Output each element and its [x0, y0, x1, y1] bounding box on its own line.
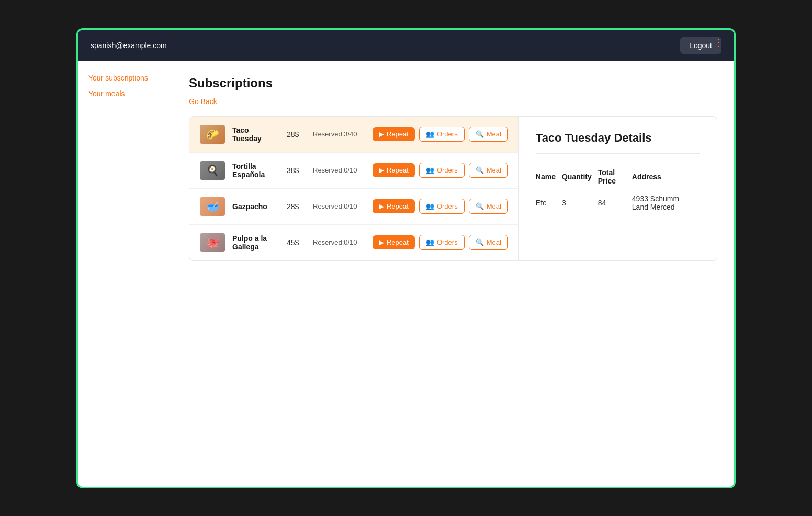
orders-label: Orders — [437, 202, 458, 210]
orders-icon: 👥 — [426, 238, 434, 246]
meal-icon: 🔍 — [476, 238, 484, 246]
btn-group-taco-tuesday: ▶ Repeat 👥 Orders 🔍 Meal — [373, 127, 508, 142]
subscription-row-pulpo: 🐙 Pulpo a la Gallega 45$ Reserved:0/10 ▶… — [189, 225, 518, 260]
repeat-button-taco-tuesday[interactable]: ▶ Repeat — [373, 127, 415, 141]
subscriptions-list: 🌮 Taco Tuesday 28$ Reserved:3/40 ▶ Repea… — [189, 117, 519, 260]
go-back-link[interactable]: Go Back — [189, 97, 217, 106]
subscription-row-gazpacho: 🥣 Gazpacho 28$ Reserved:0/10 ▶ Repeat 👥 — [189, 189, 518, 225]
detail-row-name: Efe — [536, 191, 562, 214]
meal-icon: 🔍 — [476, 166, 484, 174]
main-content: Subscriptions Go Back 🌮 Taco Tuesday 28$… — [172, 61, 734, 487]
detail-table-row: Efe 3 84 4933 Schumm Land Merced — [536, 191, 700, 214]
orders-button-tortilla-espanola[interactable]: 👥 Orders — [419, 163, 465, 178]
repeat-icon: ▶ — [379, 166, 384, 174]
orders-label: Orders — [437, 166, 458, 174]
meal-label: Meal — [487, 202, 501, 210]
meal-thumbnail-pulpo: 🐙 — [200, 233, 225, 252]
repeat-icon: ▶ — [379, 130, 384, 138]
content-area: 🌮 Taco Tuesday 28$ Reserved:3/40 ▶ Repea… — [189, 116, 717, 261]
detail-row-total-price: 84 — [598, 191, 632, 214]
orders-button-taco-tuesday[interactable]: 👥 Orders — [419, 127, 465, 142]
meal-name-taco-tuesday: Taco Tuesday — [232, 126, 279, 143]
meal-price-tortilla-espanola: 38$ — [287, 166, 306, 175]
repeat-icon: ▶ — [379, 238, 384, 246]
subscription-row-taco-tuesday: 🌮 Taco Tuesday 28$ Reserved:3/40 ▶ Repea… — [189, 117, 518, 153]
meal-label: Meal — [487, 238, 501, 246]
sidebar-item-your-subscriptions[interactable]: Your subscriptions — [88, 74, 161, 82]
orders-label: Orders — [437, 130, 458, 138]
repeat-button-tortilla-espanola[interactable]: ▶ Repeat — [373, 163, 415, 177]
meal-reserved-gazpacho: Reserved:0/10 — [313, 202, 365, 210]
meal-thumbnail-tortilla-espanola: 🍳 — [200, 161, 225, 180]
meal-thumbnail-gazpacho: 🥣 — [200, 197, 225, 216]
col-header-address: Address — [632, 164, 700, 191]
more-options-icon[interactable]: ⋮ — [713, 36, 724, 49]
meal-button-gazpacho[interactable]: 🔍 Meal — [469, 199, 508, 214]
orders-icon: 👥 — [426, 166, 434, 174]
col-header-total-price: Total Price — [598, 164, 632, 191]
meal-price-pulpo: 45$ — [287, 238, 306, 247]
meal-thumbnail-taco-tuesday: 🌮 — [200, 125, 225, 144]
repeat-button-pulpo[interactable]: ▶ Repeat — [373, 235, 415, 249]
meal-reserved-tortilla-espanola: Reserved:0/10 — [313, 166, 365, 174]
meal-button-tortilla-espanola[interactable]: 🔍 Meal — [469, 163, 508, 178]
detail-panel: Taco Tuesday Details Name Quantity Total… — [519, 117, 717, 260]
page-title: Subscriptions — [189, 76, 717, 90]
detail-row-quantity: 3 — [562, 191, 598, 214]
meal-price-taco-tuesday: 28$ — [287, 130, 306, 139]
repeat-icon: ▶ — [379, 202, 384, 210]
repeat-label: Repeat — [387, 166, 409, 174]
meal-button-taco-tuesday[interactable]: 🔍 Meal — [469, 127, 508, 142]
meal-name-tortilla-espanola: Tortilla Española — [232, 162, 279, 179]
orders-button-pulpo[interactable]: 👥 Orders — [419, 235, 465, 250]
user-email: spanish@example.com — [91, 41, 167, 50]
repeat-label: Repeat — [387, 238, 409, 246]
meal-label: Meal — [487, 166, 501, 174]
detail-table: Name Quantity Total Price Address Efe 3 … — [536, 164, 700, 214]
meal-label: Meal — [487, 130, 501, 138]
orders-icon: 👥 — [426, 202, 434, 210]
detail-row-address: 4933 Schumm Land Merced — [632, 191, 700, 214]
meal-name-pulpo: Pulpo a la Gallega — [232, 234, 279, 251]
meal-price-gazpacho: 28$ — [287, 202, 306, 211]
meal-reserved-taco-tuesday: Reserved:3/40 — [313, 130, 365, 138]
btn-group-tortilla-espanola: ▶ Repeat 👥 Orders 🔍 Meal — [373, 163, 508, 178]
meal-button-pulpo[interactable]: 🔍 Meal — [469, 235, 508, 250]
subscription-row-tortilla-espanola: 🍳 Tortilla Española 38$ Reserved:0/10 ▶ … — [189, 153, 518, 189]
btn-group-gazpacho: ▶ Repeat 👥 Orders 🔍 Meal — [373, 199, 508, 214]
col-header-name: Name — [536, 164, 562, 191]
repeat-button-gazpacho[interactable]: ▶ Repeat — [373, 199, 415, 213]
meal-name-gazpacho: Gazpacho — [232, 202, 279, 211]
repeat-label: Repeat — [387, 202, 409, 210]
body-container: Your subscriptions Your meals Subscripti… — [78, 61, 734, 487]
sidebar-item-your-meals[interactable]: Your meals — [88, 89, 161, 98]
btn-group-pulpo: ▶ Repeat 👥 Orders 🔍 Meal — [373, 235, 508, 250]
meal-icon: 🔍 — [476, 202, 484, 210]
orders-button-gazpacho[interactable]: 👥 Orders — [419, 199, 465, 214]
sidebar: Your subscriptions Your meals — [78, 61, 172, 487]
orders-icon: 👥 — [426, 130, 434, 138]
col-header-quantity: Quantity — [562, 164, 598, 191]
orders-label: Orders — [437, 238, 458, 246]
app-header: spanish@example.com Logout ⋮ — [78, 30, 734, 61]
meal-icon: 🔍 — [476, 130, 484, 138]
meal-reserved-pulpo: Reserved:0/10 — [313, 238, 365, 246]
repeat-label: Repeat — [387, 130, 409, 138]
detail-title: Taco Tuesday Details — [536, 131, 700, 154]
